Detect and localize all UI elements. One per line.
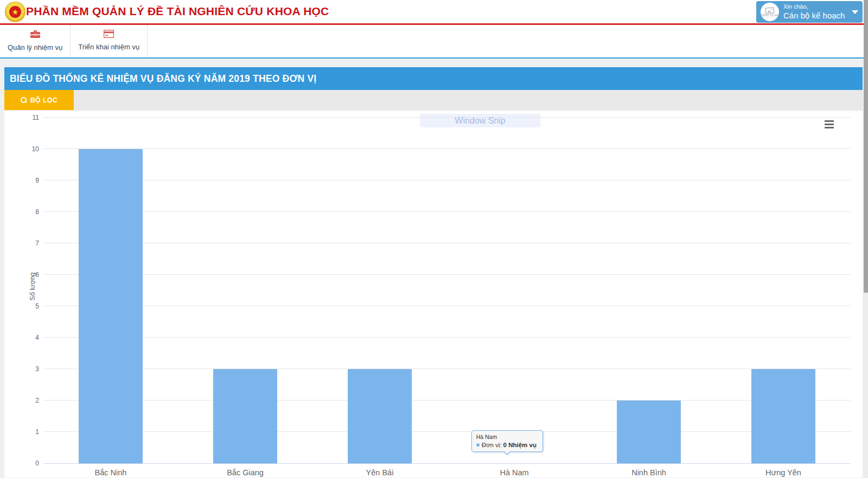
page-title: BIỂU ĐỒ THỐNG KÊ NHIỆM VỤ ĐĂNG KÝ NĂM 20… <box>10 73 316 85</box>
briefcase-icon <box>30 30 40 38</box>
scrollbar-thumb[interactable] <box>864 0 868 293</box>
scrollbar <box>864 0 868 478</box>
y-tick-label: 7 <box>13 240 39 247</box>
x-tick-label: Bắc Giang <box>227 468 264 477</box>
app-header: ★ PHẦN MỀM QUẢN LÝ ĐỀ TÀI NGHIÊN CỨU KHO… <box>0 0 868 25</box>
main-content: BIỂU ĐỒ THỐNG KÊ NHIỆM VỤ ĐĂNG KÝ NĂM 20… <box>4 67 863 477</box>
y-tick-label: 0 <box>13 460 39 467</box>
gridline <box>43 306 851 306</box>
y-tick-label: 8 <box>13 208 39 216</box>
nav-tab-trien-khai-nhiem-vu[interactable]: Triển khai nhiệm vụ <box>71 25 148 57</box>
y-tick-label: 4 <box>13 334 39 341</box>
tooltip-row: Đơn vị: 0 Nhiệm vụ <box>476 442 538 448</box>
gridline <box>43 211 851 212</box>
gridline <box>43 180 851 180</box>
filter-button[interactable]: BỘ LỌC <box>4 90 74 110</box>
x-tick-label: Ninh Bình <box>631 468 666 477</box>
main-nav: Quản lý nhiệm vụ Triển khai nhiệm vụ <box>0 25 868 59</box>
card-icon <box>104 30 114 38</box>
plot-area: Số lượng Hà Nam Đơn vị: 0 Nhiệm vụ 01234… <box>43 118 851 464</box>
y-tick-label: 2 <box>13 397 39 404</box>
bar-Yên Bái[interactable] <box>348 369 412 463</box>
avatar: KHÔNG CÓ ẢNH <box>761 3 779 21</box>
y-tick-label: 3 <box>13 365 39 373</box>
filter-button-label: BỘ LỌC <box>30 96 58 104</box>
tooltip-value: 0 Nhiệm vụ <box>503 442 537 448</box>
gridline <box>43 243 851 243</box>
y-tick-label: 1 <box>13 428 39 436</box>
y-tick-label: 9 <box>13 177 39 184</box>
x-tick-label: Bắc Ninh <box>95 468 127 477</box>
bar-Bắc Giang[interactable] <box>213 369 277 463</box>
user-name: Cán bộ kế hoạch <box>783 11 845 21</box>
user-menu[interactable]: KHÔNG CÓ ẢNH Xin chào, Cán bộ kế hoạch <box>756 1 863 23</box>
nav-tab-quan-ly-nhiem-vu[interactable]: Quản lý nhiệm vụ <box>0 25 71 57</box>
tooltip-series-label: Đơn vị: <box>482 442 502 448</box>
no-photo-icon <box>765 7 775 14</box>
nav-tab-label: Quản lý nhiệm vụ <box>8 43 62 51</box>
bar-Ninh Bình[interactable] <box>617 401 681 463</box>
gridline <box>43 400 851 401</box>
y-tick-label: 11 <box>13 114 39 121</box>
gridline <box>43 369 851 369</box>
y-tick-label: 10 <box>13 145 39 153</box>
chart-card: Window Snip Số lượng Hà Nam Đơn vị: 0 Nh… <box>4 111 863 477</box>
chart-tooltip: Hà Nam Đơn vị: 0 Nhiệm vụ <box>471 430 543 452</box>
gridline <box>43 431 851 432</box>
nav-tab-label: Triển khai nhiệm vụ <box>78 43 139 51</box>
chart-export-menu-button[interactable] <box>825 120 834 128</box>
tooltip-category: Hà Nam <box>476 434 538 440</box>
gridline <box>43 117 851 118</box>
x-tick-label: Hưng Yên <box>765 468 801 477</box>
gridline <box>43 337 851 338</box>
public-security-emblem-logo: ★ <box>5 2 25 22</box>
bar-Hưng Yên[interactable] <box>751 369 815 463</box>
page-title-banner: BIỂU ĐỒ THỐNG KÊ NHIỆM VỤ ĐĂNG KÝ NĂM 20… <box>4 67 863 90</box>
star-icon: ★ <box>9 6 21 18</box>
y-tick-label: 5 <box>13 302 39 310</box>
avatar-placeholder-label: KHÔNG CÓ ẢNH <box>761 14 779 17</box>
x-tick-label: Hà Nam <box>500 468 528 477</box>
series-dot-icon <box>476 443 480 447</box>
gridline <box>43 274 851 275</box>
app-title: PHẦN MỀM QUẢN LÝ ĐỀ TÀI NGHIÊN CỨU KHOA … <box>26 5 329 18</box>
gridline <box>43 148 851 149</box>
bar-Bắc Ninh[interactable] <box>79 149 143 463</box>
user-texts: Xin chào, Cán bộ kế hoạch <box>783 3 845 21</box>
chevron-down-icon[interactable] <box>852 10 858 14</box>
filter-bar: BỘ LỌC <box>4 90 863 110</box>
user-greeting: Xin chào, <box>783 3 845 11</box>
y-tick-label: 6 <box>13 271 39 279</box>
search-icon <box>21 97 27 104</box>
x-tick-label: Yên Bái <box>366 468 394 477</box>
